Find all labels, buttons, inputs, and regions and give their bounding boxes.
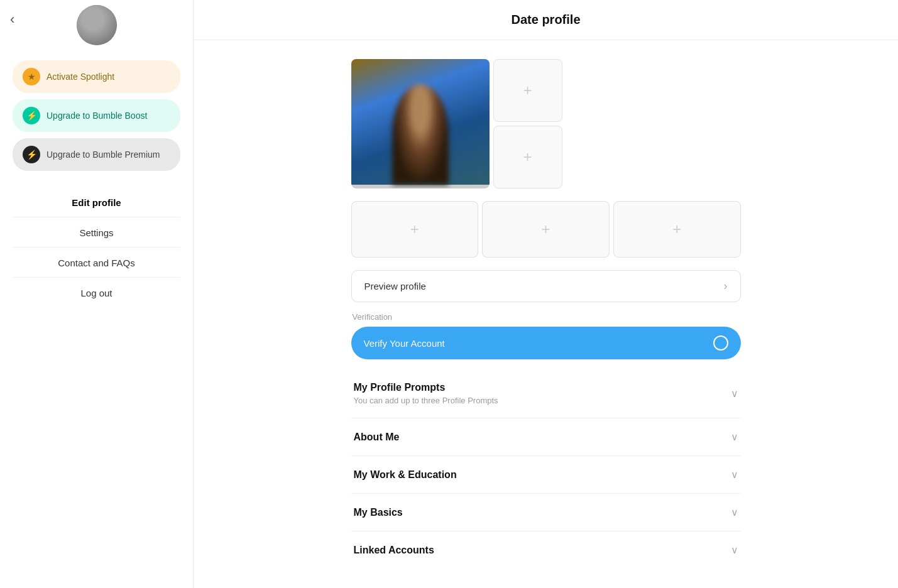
premium-label: Upgrade to Bumble Premium: [47, 150, 160, 160]
sidebar: ‹ ★ Activate Spotlight ⚡ Upgrade to Bumb…: [0, 0, 194, 588]
sidebar-item-contact-faqs[interactable]: Contact and FAQs: [13, 249, 180, 278]
photo-grid-top: + +: [351, 59, 741, 188]
photo-main[interactable]: [351, 59, 490, 188]
chevron-right-icon: ›: [724, 280, 728, 293]
photo-slot-3[interactable]: +: [493, 126, 562, 188]
verify-account-button[interactable]: Verify Your Account: [351, 327, 741, 359]
section-title-about: About Me: [354, 432, 400, 443]
section-title-linked: Linked Accounts: [354, 545, 434, 556]
preview-profile-button[interactable]: Preview profile ›: [351, 270, 741, 302]
section-title-prompts: My Profile Prompts: [354, 382, 498, 393]
verification-label: Verification: [351, 312, 741, 322]
back-button[interactable]: ‹: [10, 11, 14, 28]
profile-photo: [351, 59, 490, 185]
chevron-down-icon-linked: ∨: [731, 544, 738, 556]
main-content: + + + + + Preview profile › Verificatio: [326, 40, 766, 587]
photo-slot-6[interactable]: +: [613, 201, 741, 258]
section-basics[interactable]: My Basics ∨: [351, 494, 741, 531]
verify-button-label: Verify Your Account: [364, 338, 445, 349]
page-title: Date profile: [219, 13, 873, 27]
preview-profile-label: Preview profile: [364, 281, 426, 291]
verification-section: Verification Verify Your Account: [351, 312, 741, 359]
chevron-down-icon-basics: ∨: [731, 506, 738, 518]
add-photo-icon-2: +: [523, 82, 532, 99]
main-panel: Date profile + + + + +: [194, 0, 898, 588]
avatar: [77, 5, 117, 45]
sidebar-actions: ★ Activate Spotlight ⚡ Upgrade to Bumble…: [13, 60, 180, 171]
add-photo-icon-6: +: [672, 220, 681, 238]
section-work-education[interactable]: My Work & Education ∨: [351, 456, 741, 494]
section-linked-accounts[interactable]: Linked Accounts ∨: [351, 531, 741, 569]
activate-spotlight-button[interactable]: ★ Activate Spotlight: [13, 60, 180, 93]
photo-slot-4[interactable]: +: [351, 201, 479, 258]
photo-slot-2[interactable]: +: [493, 59, 562, 122]
sidebar-item-edit-profile[interactable]: Edit profile: [13, 188, 180, 217]
sidebar-nav: Edit profile Settings Contact and FAQs L…: [13, 188, 180, 307]
main-header: Date profile: [194, 0, 898, 40]
add-photo-icon-3: +: [523, 148, 532, 166]
upgrade-premium-button[interactable]: ⚡ Upgrade to Bumble Premium: [13, 138, 180, 171]
chevron-down-icon-about: ∨: [731, 431, 738, 443]
sidebar-item-logout[interactable]: Log out: [13, 279, 180, 307]
boost-icon: ⚡: [23, 107, 40, 124]
section-title-work: My Work & Education: [354, 469, 457, 481]
add-photo-icon-5: +: [541, 220, 550, 238]
section-sub-prompts: You can add up to three Profile Prompts: [354, 396, 498, 405]
section-profile-prompts[interactable]: My Profile Prompts You can add up to thr…: [351, 369, 741, 418]
sidebar-item-settings[interactable]: Settings: [13, 219, 180, 248]
verify-circle-icon: [713, 335, 728, 351]
photo-slot-5[interactable]: +: [482, 201, 610, 258]
boost-label: Upgrade to Bumble Boost: [47, 111, 147, 121]
chevron-down-icon-work: ∨: [731, 469, 738, 481]
upgrade-boost-button[interactable]: ⚡ Upgrade to Bumble Boost: [13, 99, 180, 132]
add-photo-icon-4: +: [410, 220, 419, 238]
spotlight-label: Activate Spotlight: [47, 72, 114, 82]
profile-sections: My Profile Prompts You can add up to thr…: [351, 369, 741, 569]
chevron-down-icon-prompts: ∨: [731, 388, 738, 400]
section-title-basics: My Basics: [354, 507, 403, 518]
spotlight-icon: ★: [23, 68, 40, 85]
photo-grid-bottom: + + +: [351, 201, 741, 258]
section-about-me[interactable]: About Me ∨: [351, 418, 741, 456]
premium-icon: ⚡: [23, 146, 40, 163]
